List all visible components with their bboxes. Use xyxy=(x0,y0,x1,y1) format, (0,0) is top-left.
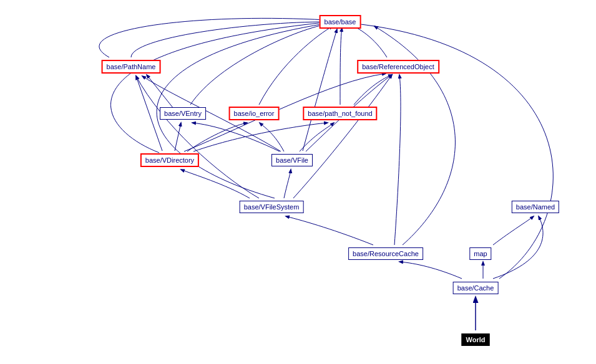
node-base-path-not-found: base/path_not_found xyxy=(303,107,377,120)
node-base-base: base/base xyxy=(320,15,361,29)
node-base-cache: base/Cache xyxy=(453,282,499,294)
node-world: World xyxy=(462,333,490,346)
node-base-referencedobject: base/ReferencedObject xyxy=(357,60,439,74)
node-base-resourcecache: base/ResourceCache xyxy=(348,247,423,260)
node-base-ventry: base/VEntry xyxy=(160,107,206,120)
node-base-vfilesystem: base/VFileSystem xyxy=(240,201,304,213)
graph-svg xyxy=(0,0,596,364)
node-map: map xyxy=(469,247,491,260)
node-base-named: base/Named xyxy=(512,201,559,213)
node-base-io-error: base/io_error xyxy=(229,107,280,120)
graph-container: base/base base/PathName base/ReferencedO… xyxy=(0,0,596,364)
node-base-pathname: base/PathName xyxy=(102,60,161,74)
node-base-vfile: base/VFile xyxy=(271,154,313,166)
node-base-vdirectory: base/VDirectory xyxy=(140,153,199,167)
